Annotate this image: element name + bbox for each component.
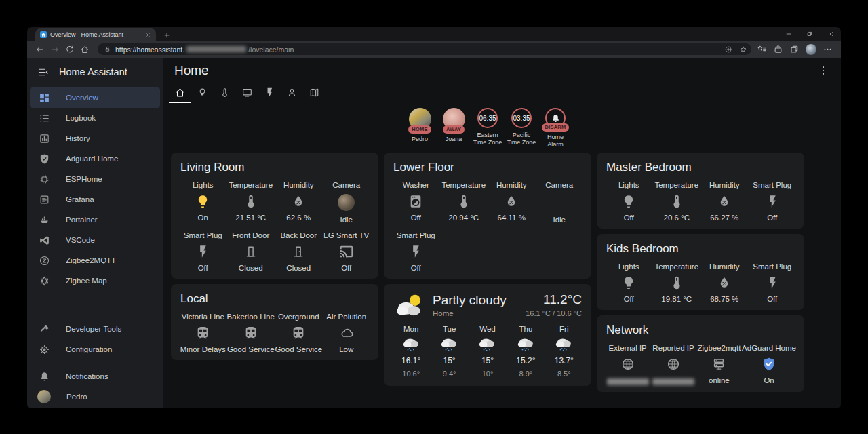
badge-eastern-time-zone[interactable]: 06:35Eastern Time Zone (472, 108, 504, 149)
entity-front-door[interactable]: Front DoorClosed (227, 231, 275, 273)
collections-icon[interactable] (789, 44, 800, 54)
bell-icon (39, 371, 50, 382)
entity-lights[interactable]: LightsOff (605, 180, 653, 222)
view-tab-person[interactable] (281, 83, 303, 103)
entity-lights[interactable]: LightsOn (179, 180, 227, 224)
sidebar-item-adguard-home[interactable]: Adguard Home (30, 149, 160, 169)
sidebar-item-zigbee-map[interactable]: Zigbee Map (30, 271, 160, 291)
sidebar-item-vscode[interactable]: VSCode (30, 230, 160, 250)
entity-victoria-line[interactable]: Victoria LineMinor Delays (179, 312, 227, 354)
entity-washer[interactable]: WasherOff (392, 180, 440, 224)
view-tab-bulb[interactable] (191, 83, 214, 103)
sidebar-item-history[interactable]: History (30, 128, 160, 149)
entity-humidity[interactable]: Humidity64.11 % (488, 180, 536, 224)
view-tab-tv[interactable] (236, 83, 258, 103)
entity-state: Closed (286, 264, 311, 272)
entity-smart-plug[interactable]: Smart PlugOff (179, 231, 227, 273)
entity-overground[interactable]: OvergroundGood Service (275, 312, 323, 354)
view-tab-thermo[interactable] (214, 83, 236, 103)
sidebar-item-configuration[interactable]: Configuration (30, 339, 160, 359)
badge-pedro[interactable]: HOMEPedro (404, 108, 436, 149)
shieldblue-icon (762, 357, 776, 372)
back-button[interactable] (33, 43, 47, 56)
sidebar-item-grafana[interactable]: Grafana (30, 189, 160, 210)
entity-adguard-home[interactable]: AdGuard HomeOn (742, 343, 796, 386)
entity-temperature[interactable]: Temperature20.6 °C (653, 180, 701, 222)
partly-cloudy-icon (393, 292, 425, 318)
browser-home-button[interactable] (77, 43, 92, 56)
card-local: Local Victoria LineMinor DelaysBakerloo … (171, 284, 378, 360)
entity-air-polution[interactable]: Air PolutionLow (323, 312, 371, 354)
sidebar-item-label: Pedro (66, 393, 87, 401)
favorite-star-icon[interactable] (738, 44, 749, 55)
browser-menu-icon[interactable] (823, 44, 833, 54)
close-button[interactable] (820, 27, 841, 41)
entity-humidity[interactable]: Humidity66.27 % (701, 180, 749, 222)
forward-button[interactable] (47, 43, 62, 56)
restore-button[interactable] (799, 27, 820, 41)
entity-temperature[interactable]: Temperature20.94 °C (440, 180, 488, 224)
entity-state: Closed (239, 264, 263, 272)
address-bar[interactable]: https://homeassistant. /lovelace/main (98, 43, 751, 55)
sidebar-item-overview[interactable]: Overview (30, 87, 160, 108)
entity-temperature[interactable]: Temperature21.51 °C (227, 180, 275, 224)
sidebar-item-notifications[interactable]: Notifications (30, 366, 160, 387)
chartbox-icon (39, 133, 50, 144)
sidebar-item-zigbee2mqtt[interactable]: Zigbee2MQTT (30, 250, 160, 271)
entity-back-door[interactable]: Back DoorClosed (275, 231, 323, 273)
refresh-button[interactable] (62, 43, 77, 56)
view-tab-map[interactable] (303, 83, 326, 103)
sidebar-item-esphome[interactable]: ESPHome (30, 169, 160, 189)
badge-home-alarm[interactable]: DISARMHome Alarm (540, 108, 572, 149)
badge-pacific-time-zone[interactable]: 03:35Pacific Time Zone (506, 108, 538, 149)
entity-reported-ip[interactable]: Reported IP (650, 343, 696, 386)
browser-profile-avatar[interactable] (806, 44, 816, 55)
favorites-bar-icon[interactable] (757, 44, 767, 54)
overflow-menu-icon[interactable] (817, 64, 829, 77)
view-tab-home[interactable] (169, 83, 191, 103)
card-title: Kids Bedroom (606, 242, 795, 256)
vscode-icon (39, 235, 50, 246)
thermo-icon (669, 194, 684, 209)
entity-camera[interactable]: CameraIdle (536, 180, 584, 224)
card-master-bedroom: Master Bedroom LightsOffTemperature20.6 … (597, 153, 804, 229)
entity-smart-plug[interactable]: Smart PlugOff (749, 180, 797, 222)
entity-lights[interactable]: LightsOff (605, 262, 653, 304)
entity-lg-smart-tv[interactable]: LG Smart TVOff (323, 231, 371, 273)
entity-external-ip[interactable]: External IP (605, 343, 650, 386)
entity-temperature[interactable]: Temperature19.81 °C (653, 262, 701, 304)
entity-smart-plug[interactable]: Smart PlugOff (392, 231, 440, 273)
sidebar-item-pedro[interactable]: Pedro (30, 387, 160, 407)
forecast-high: 15° (443, 356, 456, 366)
entity-label: Humidity (496, 181, 527, 189)
entity-zigbee2mqtt[interactable]: Zigbee2mqttonline (696, 343, 742, 386)
entity-camera[interactable]: CameraIdle (323, 180, 371, 224)
tab-close-icon[interactable] (145, 32, 151, 38)
entity-label: Humidity (709, 262, 740, 271)
sidebar-item-portainer[interactable]: Portainer (30, 210, 160, 230)
site-info-icon[interactable] (723, 44, 734, 55)
sidebar-item-developer-tools[interactable]: Developer Tools (30, 319, 160, 339)
entity-state: Idle (340, 216, 353, 224)
card-weather[interactable]: Partly cloudy Home 11.2°C 16.1 °C / 10.6… (384, 284, 591, 386)
camera-thumbnail (338, 194, 355, 211)
new-tab-button[interactable] (161, 30, 172, 41)
entity-humidity[interactable]: Humidity68.75 % (701, 262, 749, 304)
entity-bakerloo-line[interactable]: Bakerloo LineGood Service (227, 312, 275, 354)
minimize-button[interactable] (778, 27, 799, 41)
browser-tab[interactable]: Overview - Home Assistant (35, 28, 156, 41)
grafana-icon (39, 194, 50, 205)
entity-smart-plug[interactable]: Smart PlugOff (749, 262, 797, 304)
zcircle-icon (39, 255, 50, 267)
sidebar-item-logbook[interactable]: Logbook (30, 108, 160, 128)
entity-humidity[interactable]: Humidity62.6 % (275, 180, 323, 224)
sidebar-toggle-icon[interactable] (37, 66, 49, 78)
view-tab-flash[interactable] (258, 83, 281, 103)
entity-state: 66.27 % (710, 214, 738, 222)
forecast-high: 13.7° (555, 356, 574, 366)
entity-label: Smart Plug (753, 262, 791, 271)
flash-icon (195, 244, 210, 259)
badge-joana[interactable]: AWAYJoana (438, 108, 470, 149)
share-icon[interactable] (773, 44, 783, 54)
thermo-icon (669, 275, 684, 290)
